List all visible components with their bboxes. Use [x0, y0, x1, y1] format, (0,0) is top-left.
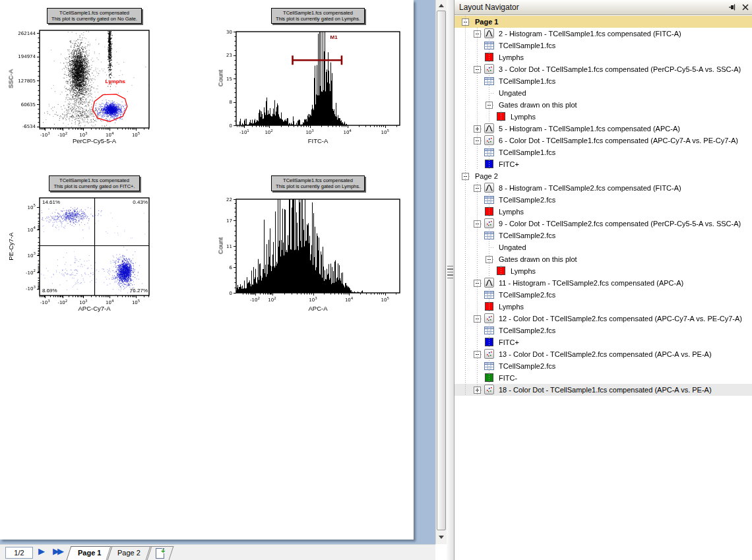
tree-item-data-file[interactable]: TCellSample2.fcs — [454, 230, 752, 241]
tab-label: Page 1 — [69, 546, 110, 560]
tree-item-page[interactable]: Page 1 — [454, 16, 752, 28]
tree-item[interactable]: 6 - Color Dot - TCellSample1.fcs compens… — [454, 135, 752, 146]
tree-item-gate[interactable]: Lymphs — [454, 111, 752, 123]
tree-item[interactable]: 9 - Color Dot - TCellSample2.fcs compens… — [454, 218, 752, 230]
tree-item-data-file[interactable]: TCellSample2.fcs — [454, 360, 752, 372]
plot-title-box[interactable]: TCellSample1.fcs compensated This plot i… — [271, 8, 365, 24]
tree-item-label: Page 2 — [475, 172, 498, 180]
tree-guide — [472, 87, 484, 99]
tab-page-1[interactable]: Page 1 — [69, 546, 110, 560]
plot-title-box[interactable]: TCellSample1.fcs compensated This plot i… — [271, 175, 365, 191]
gate-color-swatch — [485, 207, 493, 216]
tree-connector — [484, 75, 495, 87]
expander-minus-icon[interactable] — [486, 102, 493, 109]
plot-title-line2: This plot is currently gated on Lymphs. — [276, 16, 360, 22]
pin-icon[interactable] — [726, 2, 737, 13]
tree-item[interactable]: Gates drawn on this plot — [454, 99, 752, 111]
tree-item[interactable]: Ungated — [454, 241, 752, 253]
tree-item-gate[interactable]: FITC- — [454, 372, 752, 384]
tree-guide — [472, 336, 484, 348]
tree-guide — [472, 51, 484, 63]
expander-minus-icon[interactable] — [474, 351, 481, 358]
expander-minus-icon[interactable] — [474, 280, 481, 287]
tree-guide — [460, 384, 472, 396]
gate-color-swatch — [485, 373, 493, 382]
tree-item[interactable]: 3 - Color Dot - TCellSample1.fcs compens… — [454, 63, 752, 75]
scrollbar-thumb[interactable] — [437, 11, 446, 530]
tree-item[interactable]: 5 - Histogram - TCellSample1.fcs compens… — [454, 123, 752, 135]
tree-item-gate[interactable]: FITC+ — [454, 158, 752, 170]
expander-minus-icon[interactable] — [486, 256, 493, 263]
navigator-header[interactable]: Layout Navigator — [454, 0, 752, 15]
tree-icon-cell — [484, 182, 495, 194]
tree-item[interactable]: 13 - Color Dot - TCellSample2.fcs compen… — [454, 348, 752, 360]
tree-item-label: Lymphs — [511, 113, 536, 121]
dot-plot-canvas[interactable] — [4, 28, 157, 141]
tree-connector — [484, 206, 495, 218]
tree-item-data-file[interactable]: TCellSample1.fcs — [454, 75, 752, 87]
plot-title-box[interactable]: TCellSample1.fcs compensated This plot i… — [49, 175, 139, 191]
tree-item[interactable]: Ungated — [454, 87, 752, 99]
tree-guide — [472, 75, 484, 87]
tree-item-page[interactable]: Page 2 — [454, 170, 752, 182]
tree-guide — [472, 253, 484, 265]
tree-item[interactable]: Gates drawn on this plot — [454, 253, 752, 265]
page-indicator: 1/2 — [5, 547, 33, 559]
tree-item-gate[interactable]: Lymphs — [454, 206, 752, 218]
panel-splitter[interactable] — [447, 0, 454, 560]
tree-guide — [472, 289, 484, 301]
expander-plus-icon[interactable] — [474, 387, 481, 394]
last-page-icon[interactable]: ▶▶ — [53, 546, 62, 556]
marker-label[interactable]: M1 — [330, 34, 338, 40]
tree-guide — [460, 99, 472, 111]
expander-minus-icon[interactable] — [474, 30, 481, 38]
tree-item[interactable]: 2 - Histogram - TCellSample1.fcs compens… — [454, 28, 752, 40]
expander-minus-icon[interactable] — [474, 315, 481, 323]
tree-connector — [484, 241, 495, 253]
expander-minus-icon[interactable] — [474, 137, 481, 144]
tab-page-2[interactable]: Page 2 — [108, 546, 150, 560]
gate-label[interactable]: Lymphs — [106, 78, 125, 84]
expander-minus-icon[interactable] — [474, 220, 481, 228]
tree-guide — [460, 218, 472, 230]
splitter-grip-icon[interactable] — [447, 266, 453, 279]
x-axis-label: PerCP-Cy5-5-A — [18, 137, 171, 144]
expander-minus-icon[interactable] — [474, 66, 481, 73]
close-icon[interactable] — [739, 2, 751, 13]
tree-item-data-file[interactable]: TCellSample2.fcs — [454, 289, 752, 301]
layout-page[interactable]: TCellSample1.fcs compensated This plot i… — [0, 0, 414, 540]
quadrant-percent-lower-left: 8.69% — [42, 288, 57, 294]
tree-item[interactable]: 11 - Histogram - TCellSample2.fcs compen… — [454, 277, 752, 289]
scroll-up-icon[interactable] — [439, 4, 444, 7]
tree-connector — [472, 277, 484, 289]
tree-item-data-file[interactable]: TCellSample1.fcs — [454, 40, 752, 51]
scroll-down-icon[interactable] — [439, 536, 444, 539]
tree-item-data-file[interactable]: TCellSample2.fcs — [454, 325, 752, 336]
tree-item-gate[interactable]: FITC+ — [454, 336, 752, 348]
expander-minus-icon[interactable] — [462, 18, 469, 26]
expander-plus-icon[interactable] — [474, 125, 481, 133]
tree-item-data-file[interactable]: TCellSample1.fcs — [454, 146, 752, 158]
plot-title-line2: This plot is currently gated on FITC+. — [53, 183, 135, 189]
tree-item[interactable]: 12 - Color Dot - TCellSample2.fcs compen… — [454, 313, 752, 325]
tree-item[interactable]: 18 - Color Dot - TCellSample1.fcs compen… — [454, 384, 752, 396]
expander-minus-icon[interactable] — [462, 173, 469, 180]
tree-connector — [484, 360, 495, 372]
data-grid-icon — [484, 42, 494, 51]
plot-title-line1: TCellSample1.fcs compensated — [276, 177, 360, 183]
tree-connector — [484, 158, 495, 170]
histogram-canvas[interactable] — [212, 195, 401, 307]
histogram-fitc: TCellSample1.fcs compensated This plot i… — [212, 8, 401, 150]
next-page-icon[interactable]: ▶ — [38, 546, 43, 556]
tree-item-gate[interactable]: Lymphs — [454, 301, 752, 313]
expander-minus-icon[interactable] — [474, 185, 481, 192]
tree-item-gate[interactable]: Lymphs — [454, 51, 752, 63]
y-axis-label: Count — [217, 220, 224, 272]
tree-item-gate[interactable]: Lymphs — [454, 265, 752, 277]
plot-title-box[interactable]: TCellSample1.fcs compensated This plot i… — [47, 8, 142, 24]
vertical-scrollbar[interactable] — [435, 0, 447, 544]
tree-item[interactable]: 8 - Histogram - TCellSample2.fcs compens… — [454, 182, 752, 194]
new-page-button[interactable]: + — [148, 546, 172, 560]
histogram-canvas[interactable] — [212, 28, 401, 140]
tree-item-data-file[interactable]: TCellSample2.fcs — [454, 194, 752, 206]
